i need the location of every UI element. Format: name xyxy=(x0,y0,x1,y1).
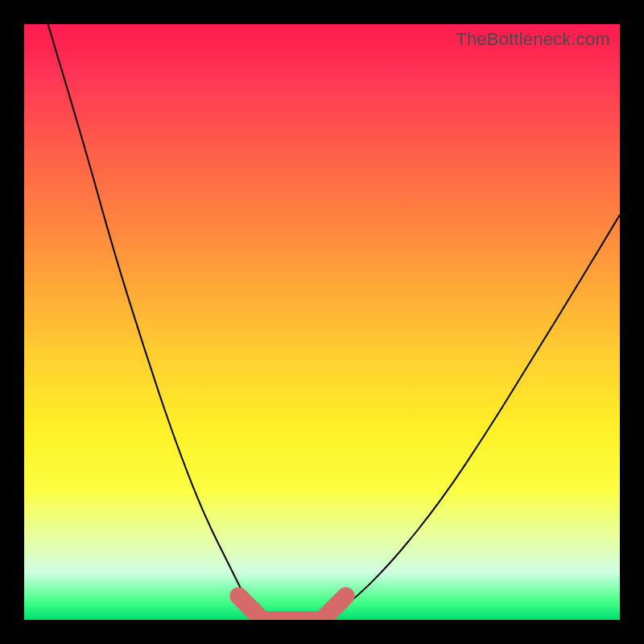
fit-region xyxy=(238,596,345,620)
right-curve xyxy=(322,215,620,620)
chart-frame: TheBottleneck.com xyxy=(0,0,644,644)
curves-svg xyxy=(24,24,620,620)
left-curve xyxy=(48,24,262,620)
plot-area: TheBottleneck.com xyxy=(24,24,620,620)
